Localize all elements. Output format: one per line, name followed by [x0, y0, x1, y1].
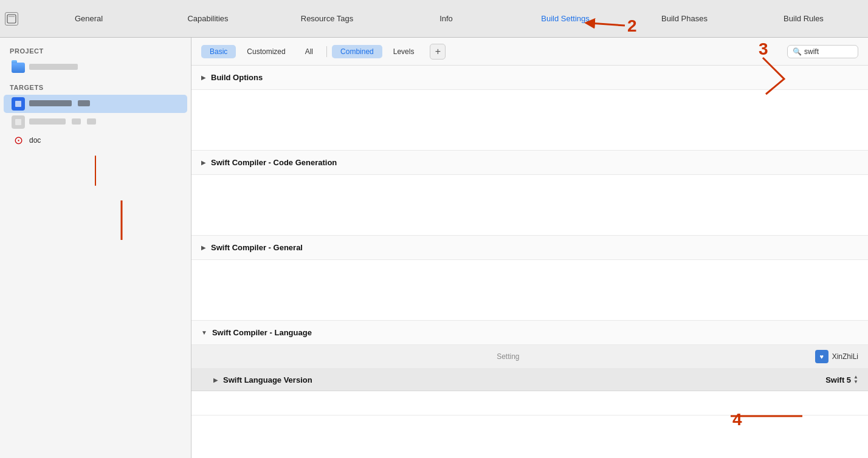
xinzhili-badge: ♥ — [815, 350, 828, 363]
filter-bar: Basic Customized All Combined Levels + 🔍 — [191, 38, 868, 66]
swift-codegen-title: Swift Compiler - Code Generation — [211, 158, 337, 167]
tab-build-settings[interactable]: Build Settings — [506, 9, 625, 28]
swift-codegen-section-header[interactable]: ▶ Swift Compiler - Code Generation — [191, 151, 868, 175]
swift-general-title: Swift Compiler - General — [211, 243, 303, 252]
bottom-spacer — [191, 391, 868, 415]
project-name-blurred — [29, 63, 78, 72]
tab-capabilities[interactable]: Capabilities — [148, 9, 267, 28]
xinzhili-value: ♥ XinZhiLi — [815, 350, 858, 363]
add-setting-btn[interactable]: + — [430, 44, 446, 60]
tab-build-phases[interactable]: Build Phases — [625, 9, 744, 28]
main-area: PROJECT TARGETS — [0, 38, 868, 458]
swift-language-section-header[interactable]: ▼ Swift Compiler - Language — [191, 321, 868, 345]
xinzhili-heart-icon: ♥ — [819, 353, 824, 360]
settings-content: ▶ Build Options ▶ Swift Compiler - Code … — [191, 66, 868, 458]
content-area: Basic Customized All Combined Levels + 🔍… — [191, 38, 868, 458]
swift-version-row[interactable]: ▶ Swift Language Version Swift 5 ▲▼ — [191, 369, 868, 391]
customized-filter-btn[interactable]: Customized — [238, 45, 294, 58]
doc-label: doc — [29, 136, 41, 145]
search-container: 🔍 — [787, 45, 858, 58]
swift-general-section-header[interactable]: ▶ Swift Compiler - General — [191, 236, 868, 260]
tab-info[interactable]: Info — [387, 9, 506, 28]
swift-codegen-spacer — [191, 175, 868, 236]
target1-name-blurred — [29, 100, 90, 108]
basic-filter-btn[interactable]: Basic — [201, 45, 236, 58]
search-icon: 🔍 — [793, 47, 802, 56]
sidebar-item-target1[interactable] — [4, 95, 187, 113]
swift-language-title: Swift Compiler - Language — [212, 328, 312, 337]
swift-version-stepper[interactable]: ▲▼ — [853, 375, 858, 385]
target2-icon — [11, 116, 26, 128]
filter-separator — [326, 46, 327, 57]
setting-header-row: Setting ♥ XinZhiLi — [191, 345, 868, 369]
build-options-section-header[interactable]: ▶ Build Options — [191, 66, 868, 90]
setting-col-label: Setting — [201, 352, 815, 361]
levels-filter-btn[interactable]: Levels — [385, 45, 423, 58]
swift-general-triangle: ▶ — [201, 244, 206, 251]
targets-section-label: TARGETS — [0, 81, 191, 95]
combined-filter-btn[interactable]: Combined — [332, 45, 382, 58]
swift-general-spacer — [191, 260, 868, 321]
annotation-line1 — [95, 156, 96, 186]
swift-version-label: Swift Language Version — [223, 375, 825, 385]
target2-name-blurred — [29, 118, 96, 126]
svg-rect-3 — [15, 119, 21, 125]
sidebar-item-doc[interactable]: ⊙ doc — [4, 131, 187, 149]
swift-version-triangle: ▶ — [213, 377, 218, 383]
build-options-title: Build Options — [211, 73, 263, 82]
build-options-spacer — [191, 90, 868, 151]
xcode-icon — [5, 12, 18, 26]
swift-codegen-triangle: ▶ — [201, 159, 206, 166]
doc-target-icon: ⊙ — [11, 134, 26, 146]
sidebar-item-project[interactable] — [4, 58, 187, 77]
all-filter-btn[interactable]: All — [297, 45, 322, 58]
build-options-triangle: ▶ — [201, 74, 206, 81]
project-section-label: PROJECT — [0, 45, 191, 58]
svg-rect-0 — [7, 15, 16, 23]
xcode-window-icon — [5, 12, 24, 26]
swift-version-text: Swift 5 — [825, 375, 851, 385]
project-icon — [11, 61, 26, 73]
xinzhili-text: XinZhiLi — [832, 352, 858, 361]
swift-version-value: Swift 5 ▲▼ — [825, 375, 858, 385]
sidebar-item-target2[interactable] — [4, 113, 187, 131]
tab-general[interactable]: General — [29, 9, 148, 28]
tab-resource-tags[interactable]: Resource Tags — [267, 9, 387, 28]
swift-language-triangle: ▼ — [201, 329, 207, 336]
search-input[interactable] — [804, 47, 853, 56]
target1-icon — [11, 98, 26, 110]
svg-rect-2 — [15, 101, 21, 107]
tab-build-rules[interactable]: Build Rules — [744, 9, 863, 28]
tab-bar: General Capabilities Resource Tags Info … — [0, 0, 868, 38]
sidebar: PROJECT TARGETS — [0, 38, 191, 458]
